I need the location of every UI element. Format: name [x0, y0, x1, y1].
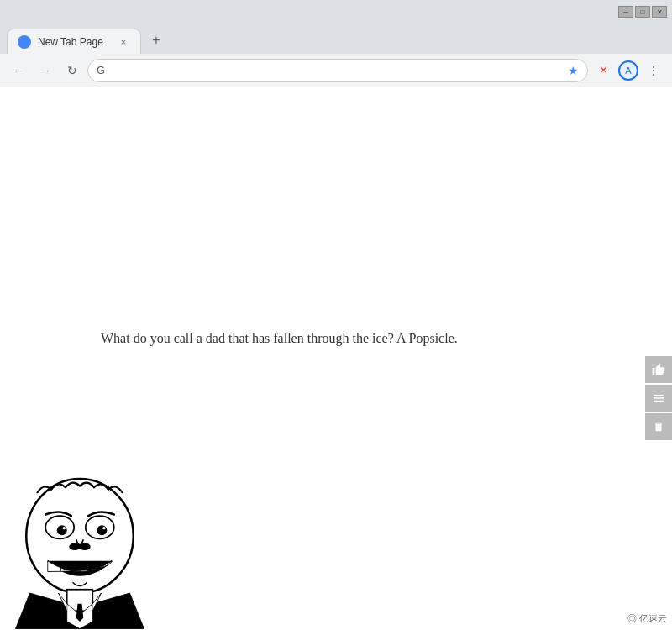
new-tab-button[interactable]: +	[144, 29, 168, 52]
svg-point-6	[97, 525, 107, 535]
address-bar-icon: G	[97, 64, 105, 76]
reload-button[interactable]: ↻	[60, 59, 84, 82]
extension-icon: ✕	[599, 64, 608, 76]
thumbs-up-icon	[652, 363, 665, 376]
profile-button[interactable]: A	[617, 59, 640, 82]
watermark: ◎ 亿速云	[627, 612, 667, 625]
toolbar-right: ✕ A ⋮	[591, 59, 665, 82]
side-buttons	[645, 356, 672, 440]
trash-icon	[653, 421, 664, 433]
forward-button[interactable]: →	[34, 59, 57, 82]
tab-title: New Tab Page	[38, 36, 110, 48]
svg-point-4	[57, 525, 67, 535]
list-icon	[652, 391, 665, 405]
svg-point-8	[69, 543, 81, 551]
tab-bar: New Tab Page × +	[0, 24, 672, 54]
thumbs-up-button[interactable]	[645, 356, 672, 383]
svg-point-9	[79, 543, 91, 551]
joke-text: What do you call a dad that has fallen t…	[101, 331, 458, 346]
window-chrome: ─ □ ✕	[0, 0, 672, 24]
extension-button[interactable]: ✕	[591, 59, 615, 82]
chrome-window: ─ □ ✕ New Tab Page × + ← → ↻ G ★ ✕	[0, 0, 672, 630]
svg-point-5	[63, 527, 66, 529]
tab-favicon	[18, 35, 31, 49]
delete-button[interactable]	[645, 413, 672, 440]
profile-icon: A	[618, 60, 638, 81]
close-button[interactable]: ✕	[652, 6, 667, 18]
menu-button[interactable]: ⋮	[642, 59, 665, 82]
minimize-button[interactable]: ─	[618, 6, 633, 18]
svg-point-0	[20, 38, 29, 46]
list-button[interactable]	[645, 385, 672, 412]
address-input[interactable]	[110, 64, 563, 76]
troll-face-image	[8, 470, 151, 630]
toolbar: ← → ↻ G ★ ✕ A ⋮	[0, 54, 672, 87]
tab-close-button[interactable]: ×	[117, 35, 130, 49]
active-tab[interactable]: New Tab Page ×	[7, 29, 141, 54]
maximize-button[interactable]: □	[635, 6, 650, 18]
svg-point-7	[102, 527, 105, 529]
bookmark-icon[interactable]: ★	[568, 64, 579, 77]
back-button[interactable]: ←	[7, 59, 30, 82]
address-bar[interactable]: G ★	[87, 59, 588, 82]
browser-content: What do you call a dad that has fallen t…	[0, 87, 672, 630]
